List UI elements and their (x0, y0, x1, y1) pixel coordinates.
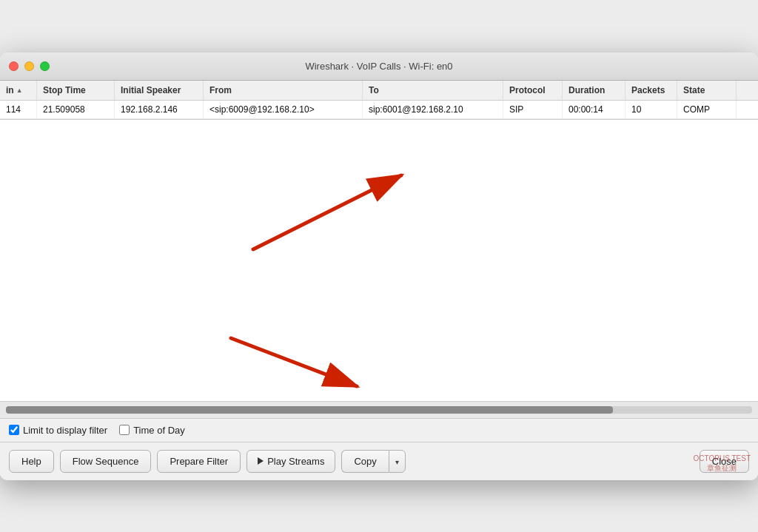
prepare-filter-button[interactable]: Prepare Filter (157, 450, 241, 473)
voip-table-container: in ▲ Stop Time Initial Speaker From To P… (0, 81, 758, 120)
col-label-speaker: Initial Speaker (121, 85, 181, 95)
play-streams-button[interactable]: Play Streams (246, 450, 335, 473)
col-label-stop: Stop Time (43, 85, 86, 95)
play-icon (258, 457, 264, 465)
arrows-svg (0, 120, 758, 401)
cell-stop: 21.509058 (37, 101, 115, 118)
table-header: in ▲ Stop Time Initial Speaker From To P… (0, 81, 758, 101)
col-header-protocol[interactable]: Protocol (503, 81, 563, 100)
cell-from: <sip:6009@192.168.2.10> (204, 101, 363, 118)
maximize-traffic-light[interactable] (40, 61, 50, 71)
col-label-protocol: Protocol (509, 85, 546, 95)
titlebar: Wireshark · VoIP Calls · Wi-Fi: en0 (0, 53, 758, 81)
buttons-bar: Help Flow Sequence Prepare Filter Play S… (0, 442, 758, 480)
limit-filter-checkbox[interactable] (9, 425, 19, 435)
time-of-day-checkbox[interactable] (119, 425, 130, 435)
play-streams-label: Play Streams (267, 456, 324, 467)
minimize-traffic-light[interactable] (24, 61, 34, 71)
copy-button[interactable]: Copy (341, 450, 388, 473)
copy-group: Copy ▾ (341, 450, 405, 473)
col-header-start[interactable]: in ▲ (0, 81, 37, 100)
col-header-to[interactable]: To (363, 81, 503, 100)
cell-to: sip:6001@192.168.2.10 (363, 101, 503, 118)
scrollbar-track[interactable] (6, 406, 752, 414)
sort-arrow-start: ▲ (16, 87, 23, 94)
cell-start: 114 (0, 101, 37, 118)
time-of-day-text: Time of Day (133, 425, 185, 436)
flow-sequence-button[interactable]: Flow Sequence (60, 450, 152, 473)
close-traffic-light[interactable] (9, 61, 19, 71)
scrollbar-thumb[interactable] (6, 406, 613, 414)
scrollbar-area (0, 401, 758, 418)
col-header-state[interactable]: State (677, 81, 737, 100)
col-label-packets: Packets (631, 85, 665, 95)
window-title: Wireshark · VoIP Calls · Wi-Fi: en0 (305, 61, 452, 72)
col-header-from[interactable]: From (204, 81, 363, 100)
close-button[interactable]: Close (700, 450, 749, 473)
traffic-lights (9, 61, 50, 71)
limit-filter-label[interactable]: Limit to display filter (9, 425, 107, 436)
col-header-speaker[interactable]: Initial Speaker (115, 81, 204, 100)
col-label-start: in (6, 85, 14, 95)
col-label-from: From (209, 85, 232, 95)
cell-duration: 00:00:14 (563, 101, 625, 118)
svg-line-2 (253, 175, 401, 249)
col-label-to: To (369, 85, 379, 95)
svg-line-3 (231, 338, 357, 386)
options-bar: Limit to display filter Time of Day (0, 418, 758, 442)
col-label-duration: Duration (568, 85, 605, 95)
col-header-duration[interactable]: Duration (563, 81, 625, 100)
limit-filter-text: Limit to display filter (23, 425, 107, 436)
cell-speaker: 192.168.2.146 (115, 101, 204, 118)
arrow-overlay (0, 120, 758, 401)
cell-state: COMP (677, 101, 737, 118)
copy-dropdown-button[interactable]: ▾ (389, 450, 406, 473)
cell-protocol: SIP (503, 101, 563, 118)
main-window: Wireshark · VoIP Calls · Wi-Fi: en0 in ▲… (0, 53, 758, 480)
cell-packets: 10 (625, 101, 677, 118)
col-header-packets[interactable]: Packets (625, 81, 677, 100)
table-row[interactable]: 114 21.509058 192.168.2.146 <sip:6009@19… (0, 101, 758, 119)
col-label-state: State (683, 85, 705, 95)
content-area (0, 120, 758, 401)
col-header-stop[interactable]: Stop Time (37, 81, 115, 100)
chevron-down-icon: ▾ (395, 458, 399, 466)
time-of-day-label[interactable]: Time of Day (119, 425, 185, 436)
help-button[interactable]: Help (9, 450, 54, 473)
